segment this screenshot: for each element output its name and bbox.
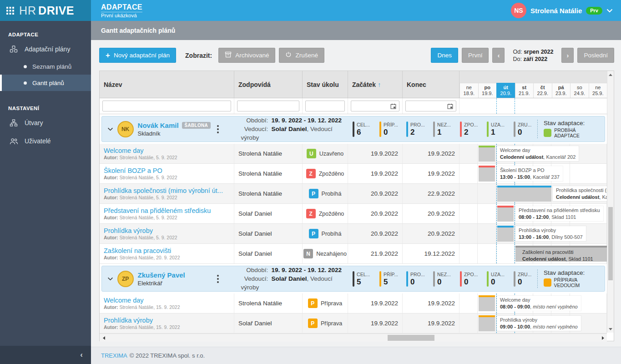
user-menu[interactable]: NS Strolená Natálie Prv (511, 3, 613, 18)
bullet-icon (24, 65, 27, 68)
app-logo[interactable]: HRDRIVE (0, 0, 91, 21)
collapse-chevron-icon[interactable] (106, 277, 116, 281)
org-chart-icon (9, 119, 18, 126)
grid-header: Název Zodpovídá Stav úkolu Začátek↑ Kone… (100, 71, 607, 98)
horizontal-scrollbar[interactable] (100, 334, 607, 342)
group-role: Elektrikář (138, 280, 215, 287)
adaptation-status: Stav adaptace: PŘÍPRAVA VEDOUCÍM (537, 269, 600, 288)
task-name-link[interactable]: Představení na přiděleném středisku (104, 207, 230, 214)
status-chip: N (303, 249, 313, 258)
task-name-cell: Welcome day Autor: Strolená Natálie, 5. … (100, 144, 234, 163)
sidebar-item-gantt-planu[interactable]: Gantt plánů (0, 75, 91, 91)
gantt-bar[interactable] (497, 226, 514, 242)
task-responsible-cell: Strolená Natálie (234, 164, 303, 183)
gantt-cell: Welcome day Celodenní událost, Kancelář … (459, 144, 607, 163)
vertical-scroll-thumb[interactable] (608, 207, 613, 280)
gantt-bar[interactable] (479, 315, 495, 331)
day-column-header: pá23.9. (552, 83, 571, 98)
task-name-link[interactable]: Školení BOZP a PO (104, 167, 230, 174)
group-stats: CEL...5 PŘÍP...5 PRO...0 NEZ...0 ZPO...0… (353, 271, 537, 287)
task-name-cell: Welcome day Autor: Strolená Natálie, 15.… (100, 293, 234, 313)
calendar-icon[interactable] (447, 103, 453, 111)
column-header-zodpovida[interactable]: Zodpovídá (234, 71, 303, 98)
user-name: Strolená Natálie (530, 7, 582, 15)
sidebar-item-uzivatele[interactable]: Uživatelé (0, 132, 91, 150)
first-button[interactable]: První (462, 48, 489, 63)
filter-nazev-input[interactable] (102, 101, 231, 111)
today-button[interactable]: Dnes (431, 48, 458, 63)
task-name-cell: Představení na přiděleném středisku Auto… (100, 204, 234, 223)
sidebar-collapse-button[interactable]: ‹ (0, 346, 91, 364)
gantt-bar[interactable] (497, 186, 551, 202)
sidebar-item-seznam-planu[interactable]: Seznam plánů (0, 58, 91, 75)
footer: TREXIMA © 2022 TREXIMA spol. s r.o. (91, 347, 621, 364)
gantt-bar[interactable] (479, 166, 495, 182)
chevron-left-icon: ‹ (80, 350, 83, 359)
task-status-cell: ZZpožděno (303, 164, 348, 183)
gantt-bar[interactable] (497, 206, 514, 222)
apps-grid-icon (6, 7, 14, 15)
task-end-cell: 19.12.2022 (403, 244, 459, 263)
day-column-header: čt22.9. (533, 83, 552, 98)
task-name-link[interactable]: Prohlídka výroby (104, 227, 230, 234)
task-status-cell: PPříprava (303, 293, 348, 313)
group-period: Období:19. 9. 2022 - 19. 12. 2022 Vedouc… (241, 266, 346, 292)
gantt-bar[interactable] (479, 295, 495, 311)
avatar: NS (511, 3, 526, 18)
sidebar-section-adaptace: ADAPTACE (0, 25, 91, 40)
task-row: Welcome day Autor: Strolená Natálie, 15.… (100, 293, 607, 313)
sidebar-item-adaptacni-plany[interactable]: Adaptační plány (0, 40, 91, 58)
column-header-nazev[interactable]: Název (100, 71, 234, 98)
column-header-stav-ukolu[interactable]: Stav úkolu (303, 71, 348, 98)
trexima-link[interactable]: TREXIMA (101, 352, 127, 359)
scroll-right-arrow[interactable] (599, 334, 607, 342)
day-column-header: po19.9. (478, 83, 497, 98)
archived-toggle-button[interactable]: Archivované (218, 48, 275, 63)
task-responsible-cell: Solař Daniel (234, 204, 303, 223)
group-name-link[interactable]: Zkušený Pavel (138, 271, 185, 279)
task-name-link[interactable]: Prohlídka výroby (104, 317, 230, 324)
stat-probiha: PRO...2 (406, 121, 430, 137)
adaptation-status-color (544, 278, 551, 287)
day-column-header: st21.9. (515, 83, 534, 98)
task-name-cell: Zaškolení na pracovišti Autor: Strolená … (100, 244, 234, 263)
scroll-left-arrow[interactable] (100, 334, 108, 342)
filter-zodpovida-input[interactable] (237, 101, 299, 111)
gantt-bar[interactable] (479, 146, 495, 162)
group-row-novak-kamil: NK Novák Kamil ŠABLONA Skladník Období:1… (101, 116, 605, 142)
task-name-link[interactable]: Welcome day (104, 297, 230, 304)
group-name-link[interactable]: Novák Kamil (138, 121, 179, 129)
app: HRDRIVE ADAPTACE Adaptační plány Seznam … (0, 0, 621, 364)
horizontal-scroll-thumb[interactable] (388, 335, 434, 341)
menu-dots-button[interactable] (214, 273, 222, 285)
task-name-link[interactable]: Prohlídka společnosti (mimo výrobní út..… (104, 187, 230, 194)
column-header-zacatek[interactable]: Začátek↑ (348, 71, 403, 98)
day-column-header: so24.9. (570, 83, 589, 98)
last-button[interactable]: Poslední (577, 48, 614, 63)
column-header-konec[interactable]: Konec (403, 71, 459, 98)
gantt-cell: Školení BOZP a PO 13:00 - 15:00, Kacelář… (459, 164, 607, 183)
prev-button[interactable]: ‹ (492, 48, 505, 63)
task-end-cell: 19.9.2022 (403, 164, 459, 183)
day-column-header: ne18.9. (459, 83, 478, 98)
group-avatar: ZP (117, 271, 134, 287)
status-chip: P (308, 318, 318, 328)
calendar-icon[interactable] (390, 103, 396, 111)
task-name-link[interactable]: Welcome day (104, 147, 230, 154)
vertical-scrollbar[interactable] (607, 71, 614, 333)
task-name-cell: Prohlídka výroby Autor: Strolená Natálie… (100, 224, 234, 243)
task-name-link[interactable]: Zaškolení na pracovišti (104, 247, 230, 254)
scroll-up-arrow[interactable] (607, 71, 614, 78)
users-icon (9, 138, 18, 145)
scroll-down-arrow[interactable] (607, 325, 614, 333)
next-button[interactable]: › (561, 48, 574, 63)
sidebar-item-utvary[interactable]: Útvary (0, 114, 91, 132)
new-plan-button[interactable]: + Nový adaptační plán (99, 48, 176, 63)
cancelled-toggle-button[interactable]: Zrušené (279, 48, 324, 63)
collapse-chevron-icon[interactable] (106, 127, 116, 131)
menu-dots-button[interactable] (214, 123, 222, 135)
gantt-cell: Prohlídka výroby 09:00 - 10:00, místo ne… (459, 313, 607, 333)
stat-priprava: PŘÍP...0 (379, 121, 403, 137)
filter-stav-input[interactable] (305, 101, 345, 111)
gantt-grid: Název Zodpovídá Stav úkolu Začátek↑ Kone… (99, 71, 614, 341)
